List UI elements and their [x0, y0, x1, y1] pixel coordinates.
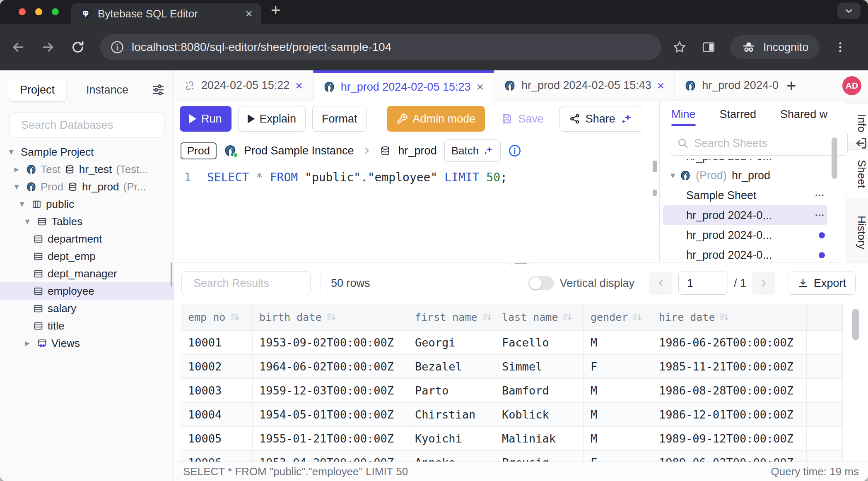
table-cell[interactable]: M — [584, 427, 652, 451]
prev-page-button[interactable] — [649, 272, 673, 295]
run-button[interactable]: Run — [180, 106, 231, 132]
tree-item-views[interactable]: ▸Views — [0, 334, 174, 352]
share-button[interactable]: Share — [559, 106, 642, 132]
table-cell[interactable]: 1953-09-02T00:00:00Z — [253, 331, 408, 355]
database-search[interactable] — [9, 113, 164, 137]
minimize-window-button[interactable] — [35, 8, 42, 15]
table-cell[interactable]: Bezalel — [408, 355, 495, 379]
database-search-input[interactable] — [21, 119, 168, 132]
user-avatar[interactable]: AD — [842, 76, 861, 95]
page-number-input[interactable] — [678, 272, 728, 295]
results-scrollbar[interactable] — [852, 309, 859, 340]
column-header-gender[interactable]: gender — [584, 304, 652, 331]
sheet-group-row[interactable]: ▾ (Prod) hr_prod — [660, 166, 846, 185]
tab-search-chevron-button[interactable] — [837, 2, 861, 19]
collapse-panel-icon[interactable] — [854, 136, 868, 150]
sidebar-tab-project[interactable]: Project — [8, 79, 66, 101]
tree-item-sample-project[interactable]: ▾Sample Project — [0, 143, 174, 161]
column-header-birth_date[interactable]: birth_date — [253, 304, 408, 331]
side-tab-history[interactable]: History — [846, 206, 868, 259]
sheet-tab-starred[interactable]: Starred — [720, 108, 757, 121]
table-cell[interactable]: Koblick — [495, 403, 584, 427]
sheet-search-input[interactable] — [694, 137, 841, 150]
maximize-window-button[interactable] — [52, 8, 59, 15]
close-icon[interactable]: × — [657, 79, 665, 92]
tree-item-title[interactable]: title — [0, 317, 174, 334]
site-info-icon[interactable] — [110, 40, 124, 54]
results-search-input[interactable] — [193, 277, 340, 290]
batch-button[interactable]: Batch — [444, 139, 501, 162]
bookmark-star-icon[interactable] — [672, 40, 687, 55]
instance-name[interactable]: Prod Sample Instance — [244, 144, 354, 157]
tree-item-public[interactable]: ▾public — [0, 195, 174, 213]
sidebar-tab-instance[interactable]: Instance — [75, 79, 140, 101]
table-cell[interactable]: Anneke — [408, 451, 495, 462]
next-page-button[interactable] — [752, 272, 775, 295]
table-cell[interactable]: M — [584, 379, 652, 403]
tree-item-salary[interactable]: salary — [0, 300, 174, 317]
tree-item-hr-prod[interactable]: ▾Prodhr_prod(Pr... — [0, 178, 174, 195]
admin-mode-button[interactable]: Admin mode — [387, 106, 485, 132]
table-cell[interactable]: 1964-06-02T00:00:00Z — [253, 355, 408, 379]
browser-tab-close-icon[interactable]: × — [245, 7, 253, 20]
save-button[interactable]: Save — [492, 106, 553, 132]
table-cell[interactable]: Simmel — [495, 355, 584, 379]
tree-item-dept-emp[interactable]: dept_emp — [0, 248, 174, 265]
info-icon[interactable] — [508, 144, 521, 157]
table-cell[interactable]: 1989-09-12T00:00:00Z — [652, 427, 807, 451]
worksheet-tab[interactable]: 2024-02-05 15:22× — [174, 70, 313, 101]
table-cell[interactable]: Kyoichi — [408, 427, 495, 451]
address-bar[interactable]: localhost:8080/sql-editor/sheet/project-… — [100, 34, 661, 60]
close-icon[interactable]: × — [476, 81, 484, 93]
filter-settings-icon[interactable] — [151, 83, 165, 97]
table-cell[interactable]: 1985-11-21T00:00:00Z — [652, 355, 807, 379]
table-cell[interactable]: 1953-04-20T00:00:00Z — [253, 451, 408, 462]
table-cell[interactable]: Facello — [495, 331, 584, 355]
table-cell[interactable]: 1959-12-03T00:00:00Z — [253, 379, 408, 403]
table-cell[interactable]: 10002 — [181, 355, 253, 379]
sheet-item[interactable]: Sample Sheet — [663, 185, 827, 205]
side-tab-sheet[interactable]: Sheet — [846, 149, 868, 198]
tree-item-tables[interactable]: ▾Tables — [0, 213, 174, 230]
close-window-button[interactable] — [19, 8, 26, 15]
more-menu-icon[interactable] — [814, 190, 825, 201]
table-cell[interactable]: F — [584, 451, 652, 462]
browser-tab[interactable]: Bytebase SQL Editor × — [71, 3, 261, 24]
sheet-item[interactable]: hr_prod 2024-0... — [663, 205, 827, 225]
table-cell[interactable]: 1954-05-01T00:00:00Z — [253, 403, 408, 427]
column-header-first_name[interactable]: first_name — [408, 304, 495, 331]
table-cell[interactable]: 1955-01-21T00:00:00Z — [253, 427, 408, 451]
table-cell[interactable]: 10003 — [181, 379, 253, 403]
new-worksheet-button[interactable]: + — [786, 77, 796, 94]
table-cell[interactable]: Chirstian — [408, 403, 495, 427]
vertical-display-toggle[interactable] — [528, 276, 554, 290]
tree-item-hr-test[interactable]: ▸Testhr_test(Test... — [0, 161, 174, 178]
more-menu-icon[interactable] — [814, 210, 825, 221]
table-cell[interactable]: F — [584, 355, 652, 379]
new-browser-tab-button[interactable]: + — [271, 2, 280, 18]
column-header-hire_date[interactable]: hire_date — [652, 304, 807, 331]
column-header-last_name[interactable]: last_name — [495, 304, 584, 331]
browser-menu-icon[interactable] — [834, 41, 847, 54]
table-cell[interactable]: 10006 — [181, 451, 253, 462]
table-cell[interactable]: 1986-06-26T00:00:00Z — [652, 331, 807, 355]
table-cell[interactable]: 10001 — [181, 331, 253, 355]
sql-editor[interactable]: 1 SELECT * FROM "public"."employee" LIMI… — [174, 165, 659, 184]
table-cell[interactable]: 10004 — [181, 403, 253, 427]
database-name[interactable]: hr_prod — [398, 144, 437, 157]
sheet-item[interactable]: hr_prod 2024-0... — [663, 225, 827, 245]
table-cell[interactable]: 1986-08-28T00:00:00Z — [652, 379, 807, 403]
column-header-emp_no[interactable]: emp_no — [181, 304, 253, 331]
table-cell[interactable]: Preusig — [495, 451, 584, 462]
sheet-list-scrollbar[interactable] — [832, 137, 837, 179]
worksheet-tab[interactable]: hr_prod 2024-02-05 15:23× — [313, 70, 494, 101]
close-icon[interactable]: × — [295, 79, 303, 92]
table-cell[interactable]: 1986-12-01T00:00:00Z — [652, 403, 807, 427]
tree-item-department[interactable]: department — [0, 230, 174, 248]
table-cell[interactable]: Parto — [408, 379, 495, 403]
explain-button[interactable]: Explain — [238, 106, 306, 132]
back-icon[interactable] — [11, 40, 26, 55]
export-button[interactable]: Export — [788, 272, 856, 295]
tree-item-employee[interactable]: employee — [0, 282, 174, 300]
table-cell[interactable]: Georgi — [408, 331, 495, 355]
